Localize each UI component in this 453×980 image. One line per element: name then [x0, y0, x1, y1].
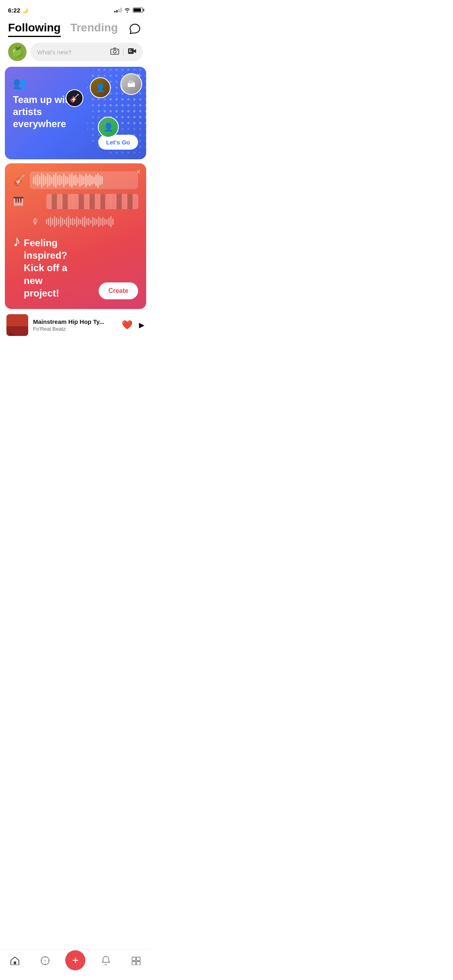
guitar-waveform: // Generate waveform bars inline documen… [30, 171, 138, 189]
svg-rect-0 [111, 49, 119, 54]
track-row: Mainstream Hip Hop Ty... Fo'Real Beatz ❤… [0, 309, 151, 341]
mic-waveform [43, 214, 138, 229]
divider [123, 48, 124, 56]
post-input-placeholder: What's new? [37, 49, 71, 56]
track-title: Mainstream Hip Hop Ty... [33, 318, 117, 325]
post-input-row: 🍏 What's new? [0, 37, 151, 67]
status-icons [114, 8, 143, 12]
post-input-box[interactable]: What's new? [31, 43, 143, 61]
svg-point-5 [130, 51, 132, 52]
mic-waveform-row: 🎙 [13, 214, 138, 229]
tab-bar: Following Trending [8, 21, 118, 37]
tab-trending[interactable]: Trending [70, 21, 118, 36]
svg-point-4 [129, 51, 130, 52]
red-card-close-button[interactable]: × [136, 168, 141, 175]
red-card-title: Feeling inspired? Kick off a new project… [24, 237, 69, 299]
video-music-icon[interactable] [128, 47, 137, 56]
battery-icon [133, 8, 143, 12]
track-thumbnail [6, 314, 28, 336]
track-actions: ❤️ ▶ [122, 320, 145, 330]
create-button[interactable]: Create [99, 282, 138, 299]
track-artist: Fo'Real Beatz [33, 326, 117, 332]
guitar-icon: 🎸 [13, 174, 26, 187]
moon-icon: 🌙 [22, 7, 28, 13]
status-time: 6:22 🌙 [8, 7, 28, 14]
header: Following Trending [0, 18, 151, 37]
piano-keys [46, 194, 138, 209]
avatar-4: 🏔 [120, 73, 142, 95]
mic-icon: 🎙 [31, 217, 39, 226]
red-project-card: × 🎸 // Generate waveform bars inline doc… [5, 163, 146, 309]
avatar-emoji: 🍏 [11, 46, 23, 58]
signal-icon [114, 8, 122, 12]
time-display: 6:22 [8, 7, 20, 14]
input-icons [110, 47, 137, 57]
tab-following[interactable]: Following [8, 21, 61, 37]
guitar-waveform-row: 🎸 // Generate waveform bars inline docum… [13, 171, 138, 189]
track-info: Mainstream Hip Hop Ty... Fo'Real Beatz [33, 318, 117, 332]
piano-icon: 🎹 [13, 196, 24, 207]
floating-avatars: 👤 🎸 🌸 🏔 👤 [66, 73, 138, 138]
avatar-2: 🎸 [66, 89, 83, 107]
wifi-icon [124, 8, 130, 12]
heart-icon[interactable]: ❤️ [122, 320, 132, 330]
piano-row: 🎹 [13, 194, 138, 209]
status-bar: 6:22 🌙 [0, 0, 151, 18]
play-button[interactable]: ▶ [139, 321, 145, 329]
camera-icon[interactable] [110, 47, 119, 57]
blue-collaboration-card: × 👤 🎸 🌸 🏔 👤 👥 Team up with artists every… [5, 67, 146, 159]
svg-point-1 [114, 50, 116, 53]
avatar-1: 👤 [90, 77, 111, 98]
avatar-5: 👤 [98, 117, 119, 138]
user-avatar: 🍏 [8, 43, 27, 61]
chat-icon[interactable] [127, 21, 143, 37]
cards-container: × 👤 🎸 🌸 🏔 👤 👥 Team up with artists every… [0, 67, 151, 309]
music-note-icon: ♪ [13, 233, 21, 249]
svg-point-2 [117, 50, 118, 51]
